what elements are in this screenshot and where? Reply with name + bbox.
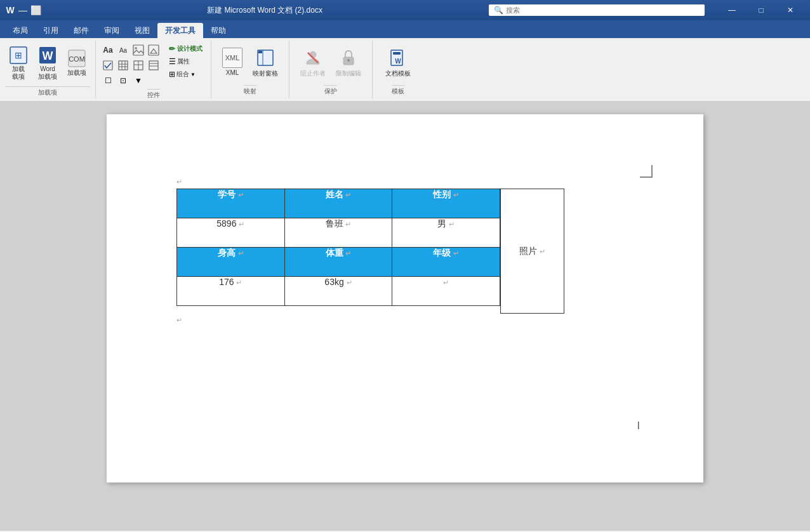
addins-group-label: 加载项 (5, 86, 90, 97)
add-addin-button[interactable]: ⊞ 加载载项 (5, 43, 32, 83)
cursor-indicator (640, 165, 653, 178)
header-cell-xingbie[interactable]: 性别 ↵ (392, 189, 500, 218)
controls-group-label: 控件 (147, 89, 160, 100)
com-addin-icon: COM (67, 48, 87, 69)
para-mark-ds2: ↵ (347, 279, 352, 286)
restrict-edit-icon (338, 48, 359, 68)
properties-button[interactable]: ☰ 属性 (166, 56, 206, 67)
svg-point-7 (135, 47, 137, 50)
ctrl-btn-row3-3[interactable]: ▼ (131, 74, 145, 88)
header-xingbie-text: 性别 (433, 189, 451, 199)
restrict-edit-button[interactable]: 限制编辑 (333, 46, 364, 80)
ctrl-btn-row3-2[interactable]: ⊡ (116, 74, 130, 88)
aa-text-btn2[interactable]: Aa (116, 43, 130, 57)
text-cursor-icon: I (637, 420, 640, 431)
photo-table: 照片 ↵ (500, 189, 564, 314)
group-label: 组合 (176, 70, 189, 79)
properties-label: 属性 (177, 57, 190, 66)
photo-cell[interactable]: 照片 ↵ (501, 189, 564, 314)
protect-group-label: 保护 (324, 85, 337, 96)
header-cell-nianji[interactable]: 年级 ↵ (392, 248, 500, 277)
data-cell-xingbie[interactable]: 男 ↵ (392, 218, 500, 248)
header-shengao-text: 身高 (218, 248, 236, 258)
svg-text:W: W (43, 50, 53, 62)
design-mode-icon: ✏ (169, 44, 175, 53)
header-cell-tizhong[interactable]: 体重 ↵ (284, 248, 392, 277)
para-mark-photo: ↵ (540, 248, 545, 255)
para-mark-tz: ↵ (345, 249, 351, 257)
data-cell-nianji[interactable]: ↵ (392, 277, 500, 306)
close-button[interactable] (776, 0, 805, 20)
student-info-table[interactable]: 学号 ↵ 姓名 ↵ 性别 ↵ (176, 189, 564, 314)
para-mark-d2: ↵ (345, 220, 351, 228)
student-data-table[interactable]: 学号 ↵ 姓名 ↵ 性别 ↵ (176, 189, 500, 306)
block-authors-button[interactable]: 阻止作者 (297, 46, 329, 80)
ribbon-group-addins: ⊞ 加载载项 W Word加载项 (0, 41, 96, 98)
data-cell-shengao[interactable]: 176 ↵ (177, 277, 285, 306)
group-button[interactable]: ⊞ 组合 ▼ (166, 69, 206, 80)
aa-text-btn1[interactable]: Aa (101, 43, 115, 57)
tab-shenYue[interactable]: 审阅 (96, 23, 127, 38)
doc-template-button[interactable]: W 文档模板 (382, 46, 414, 80)
minimize-button[interactable]: — (717, 0, 747, 20)
svg-text:⊞: ⊞ (15, 50, 22, 60)
table-row-header1: 学号 ↵ 姓名 ↵ 性别 ↵ (177, 189, 500, 218)
tab-shiTu[interactable]: 视图 (127, 23, 157, 38)
group-icon: ⊞ (169, 70, 175, 79)
main-area: ↵ 学号 ↵ 姓名 (0, 102, 810, 531)
image-ctrl-btn2[interactable] (147, 43, 161, 57)
checkbox-ctrl-btn[interactable] (101, 58, 115, 72)
svg-rect-29 (393, 52, 401, 55)
header-cell-shengao[interactable]: 身高 ↵ (177, 248, 285, 277)
para-mark-nj: ↵ (453, 249, 459, 257)
data-cell-xingming[interactable]: 鲁班 ↵ (284, 218, 392, 248)
add-addin-label: 加载载项 (12, 65, 25, 81)
search-bar[interactable]: 🔍 (489, 4, 705, 16)
para-mark-ds1: ↵ (236, 279, 242, 286)
tab-youJian[interactable]: 邮件 (66, 23, 96, 38)
tab-yiYong[interactable]: 引用 (36, 23, 66, 38)
design-mode-label: 设计模式 (177, 44, 202, 53)
map-window-icon (255, 48, 276, 68)
com-addin-label: 加载项 (67, 69, 86, 77)
header-cell-xingming[interactable]: 姓名 ↵ (284, 189, 392, 218)
ribbon-group-controls: Aa Aa (96, 41, 211, 98)
mapping-group-label: 映射 (244, 85, 256, 96)
data-tizhong-value: 63kg (324, 277, 343, 287)
minimize-system-icon[interactable]: — (18, 5, 28, 15)
tab-kaiFaGongJu[interactable]: 开发工具 (157, 23, 203, 38)
doc-template-label: 文档模板 (385, 69, 411, 78)
word-icon: W (5, 5, 15, 15)
properties-icon: ☰ (169, 57, 176, 66)
search-input[interactable] (506, 6, 700, 14)
image-ctrl-btn[interactable] (131, 43, 145, 57)
restore-system-icon[interactable]: ⬜ (30, 5, 41, 15)
tab-bangZhu[interactable]: 帮助 (203, 23, 234, 38)
para-mark-xuehao: ↵ (238, 191, 244, 199)
table-row-data2: 176 ↵ 63kg ↵ ↵ (177, 277, 500, 306)
data-cell-xuehao[interactable]: 5896 ↵ (177, 218, 285, 248)
add-addin-icon: ⊞ (8, 45, 29, 65)
header-cell-xuehao[interactable]: 学号 ↵ (177, 189, 285, 218)
data-cell-tizhong[interactable]: 63kg ↵ (284, 277, 392, 306)
map-window-button[interactable]: 映射窗格 (249, 46, 281, 80)
svg-text:W: W (395, 58, 401, 65)
table-ctrl-btn1[interactable] (116, 58, 130, 72)
design-mode-button[interactable]: ✏ 设计模式 (166, 43, 206, 55)
ctrl-btn-row3-1[interactable]: ☐ (101, 74, 115, 88)
maximize-button[interactable]: □ (747, 0, 776, 20)
document-page[interactable]: ↵ 学号 ↵ 姓名 (107, 114, 703, 482)
table-ctrl-btn2[interactable] (131, 58, 145, 72)
com-addin-button[interactable]: COM 加载项 (63, 46, 90, 79)
table-ctrl-btn3[interactable] (147, 58, 161, 72)
para-mark-below: ↵ (176, 316, 665, 324)
xml-button[interactable]: XML XML (219, 46, 246, 78)
para-mark-d3: ↵ (449, 220, 455, 228)
tab-buJu[interactable]: 布局 (5, 23, 36, 38)
table-row-header2: 身高 ↵ 体重 ↵ 年级 ↵ (177, 248, 500, 277)
doc-template-icon: W (388, 48, 408, 68)
group-dropdown-icon: ▼ (190, 72, 196, 77)
data-xingbie-value: 男 (437, 218, 446, 229)
word-addin-button[interactable]: W Word加载项 (34, 43, 61, 83)
para-mark-xingbie: ↵ (453, 191, 459, 199)
